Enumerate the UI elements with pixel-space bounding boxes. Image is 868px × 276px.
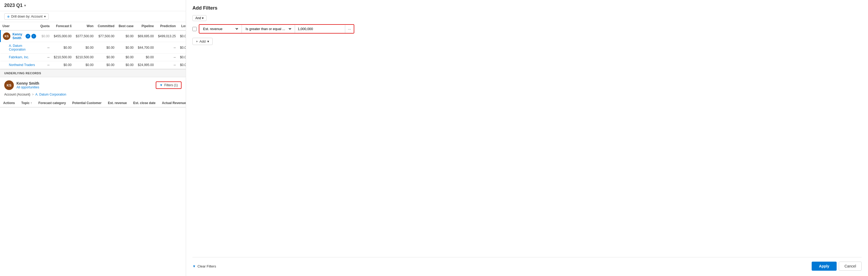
cell-lost: $0.00 — [178, 30, 186, 42]
col-best-case: Best case — [117, 22, 136, 30]
table-row: Northwind Traders -- $0.00 $0.00 $0.00 $… — [1, 61, 186, 69]
filter-condition-selector[interactable]: Is greater than or equal ... — [242, 25, 295, 33]
forecast-table: User Quota Forecast ℹ Won Committed Best… — [0, 22, 186, 69]
filter-field-selector[interactable]: Est. revenue — [199, 25, 242, 33]
cell-prediction: $499,013.25 — [156, 30, 178, 42]
sub-row-name[interactable]: Fabrikam, Inc. — [1, 54, 38, 61]
filter-checkbox[interactable] — [192, 27, 197, 31]
and-label: And — [195, 16, 201, 20]
sub-cell-lost: $0.00 — [178, 42, 186, 54]
table-row: Fabrikam, Inc. -- $210,500.00 $210,500.0… — [1, 54, 186, 61]
clear-filters-icon: ▼ — [192, 264, 196, 268]
add-chevron-icon: ▾ — [207, 39, 209, 44]
col-potential-customer: Potential Customer — [69, 99, 105, 107]
sub-cell-lost: $0.00 — [178, 61, 186, 69]
user-action-icon-1[interactable]: ↗ — [26, 34, 30, 38]
breadcrumb-current: A. Datum Corporation — [35, 93, 66, 96]
add-label: Add — [199, 39, 206, 44]
col-quota: Quota — [38, 22, 52, 30]
drill-down-button[interactable]: ⊕ Drill down by: Account ▾ — [4, 13, 49, 20]
filter-btn-label: Filters (1) — [164, 83, 178, 87]
filter-field-select[interactable]: Est. revenue — [202, 27, 239, 31]
breadcrumb-sep: > — [32, 93, 34, 96]
apply-button[interactable]: Apply — [812, 261, 837, 271]
sub-cell-quota: -- — [38, 61, 52, 69]
panel-title: Add Filters — [192, 5, 862, 11]
col-actual-revenue: Actual Revenue — [159, 99, 186, 107]
sub-cell-won: $0.00 — [73, 61, 96, 69]
more-icon: ··· — [348, 27, 351, 31]
sub-cell-prediction: -- — [156, 61, 178, 69]
col-won: Won — [73, 22, 96, 30]
sub-cell-forecast: $0.00 — [52, 61, 73, 69]
sub-cell-prediction: -- — [156, 54, 178, 61]
filters-button[interactable]: ▼ Filters (1) — [156, 81, 182, 89]
filter-condition-select[interactable]: Is greater than or equal ... — [245, 27, 292, 31]
cell-pipeline: $69,695.00 — [136, 30, 156, 42]
sub-cell-best-case: $0.00 — [117, 42, 136, 54]
add-filter-button[interactable]: + Add ▾ — [192, 38, 213, 45]
breadcrumb-link[interactable]: Account (Account) — [4, 93, 30, 96]
cell-committed: $77,500.00 — [96, 30, 117, 42]
cell-quota: $0.00 — [38, 30, 52, 42]
sub-cell-forecast: $210,500.00 — [52, 54, 73, 61]
underlying-header: UNDERLYING RECORDS — [0, 69, 186, 77]
col-actions: Actions — [0, 99, 18, 107]
sub-cell-pipeline: $0.00 — [136, 54, 156, 61]
col-topic[interactable]: Topic ↑ — [18, 99, 35, 107]
col-est-revenue: Est. revenue — [105, 99, 130, 107]
sub-row-name[interactable]: Northwind Traders — [1, 61, 38, 69]
sub-cell-best-case: $0.00 — [117, 61, 136, 69]
year-label: 2023 Q1 — [4, 3, 23, 8]
drill-down-chevron-icon: ▾ — [44, 15, 46, 18]
sub-cell-pipeline: $24,995.00 — [136, 61, 156, 69]
col-prediction: Prediction — [156, 22, 178, 30]
drill-down-label: Drill down by: Account — [11, 15, 42, 18]
sub-cell-lost: $0.00 — [178, 54, 186, 61]
records-table: Actions Topic ↑ Forecast category Potent… — [0, 99, 186, 108]
and-chevron-icon: ▾ — [202, 16, 204, 20]
sub-cell-won: $0.00 — [73, 42, 96, 54]
table-row: A. Datum Corporation -- $0.00 $0.00 $0.0… — [1, 42, 186, 54]
sub-row-name[interactable]: A. Datum Corporation — [1, 42, 38, 54]
col-lost: Lost — [178, 22, 186, 30]
cancel-button[interactable]: Cancel — [839, 261, 862, 271]
avatar: KS — [3, 32, 10, 40]
cell-won: $377,500.00 — [73, 30, 96, 42]
col-pipeline: Pipeline — [136, 22, 156, 30]
col-committed: Committed — [96, 22, 117, 30]
drill-down-icon: ⊕ — [7, 15, 9, 18]
sub-cell-quota: -- — [38, 54, 52, 61]
breadcrumb: Account (Account) > A. Datum Corporation — [0, 91, 186, 99]
cell-forecast: $455,000.00 — [52, 30, 73, 42]
col-forecast: Forecast ℹ — [52, 22, 73, 30]
underlying-user-name: Kenny Smith — [17, 81, 39, 85]
sub-cell-best-case: $0.00 — [117, 54, 136, 61]
filter-icon: ▼ — [159, 83, 163, 87]
sub-cell-pipeline: $44,700.00 — [136, 42, 156, 54]
col-est-close-date: Est. close date — [130, 99, 159, 107]
year-selector[interactable]: 2023 Q1 ▾ — [4, 3, 182, 8]
and-button[interactable]: And ▾ — [192, 15, 207, 21]
col-forecast-category: Forecast category — [35, 99, 69, 107]
underlying-avatar: KS — [4, 80, 14, 90]
filter-row: Est. revenue Is greater than or equal ..… — [199, 24, 354, 33]
filter-value-input[interactable] — [295, 25, 345, 33]
col-user: User — [1, 22, 38, 30]
sub-cell-committed: $0.00 — [96, 61, 117, 69]
user-action-icon-2[interactable]: ! — [31, 34, 36, 38]
clear-filters-button[interactable]: ▼ Clear Filters — [192, 264, 216, 268]
filter-more-button[interactable]: ··· — [345, 25, 354, 33]
sub-cell-won: $210,500.00 — [73, 54, 96, 61]
table-row-user: KS Kenny Smith ↗ ! $0.00 $455,000.00 $37… — [1, 30, 186, 42]
clear-filters-label: Clear Filters — [197, 264, 216, 268]
year-chevron-icon: ▾ — [24, 4, 26, 7]
sub-cell-committed: $0.00 — [96, 42, 117, 54]
cell-best-case: $0.00 — [117, 30, 136, 42]
sub-cell-prediction: -- — [156, 42, 178, 54]
user-name[interactable]: Kenny Smith — [12, 32, 22, 40]
sub-cell-forecast: $0.00 — [52, 42, 73, 54]
sub-cell-quota: -- — [38, 42, 52, 54]
underlying-user-subtitle: All opportunities — [17, 85, 39, 89]
add-plus-icon: + — [196, 39, 198, 44]
